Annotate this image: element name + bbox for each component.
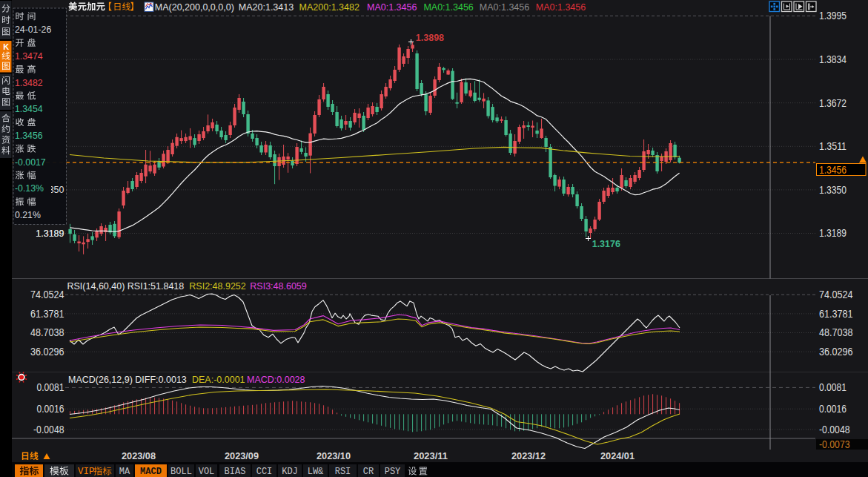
svg-text:MA0:1.3456: MA0:1.3456 (423, 2, 473, 13)
svg-text:1.3834: 1.3834 (819, 53, 847, 65)
svg-text:48.7038: 48.7038 (30, 326, 64, 338)
svg-text:1.3189: 1.3189 (36, 228, 64, 239)
svg-text:0.0016: 0.0016 (37, 403, 64, 415)
svg-text:MA0:1.3456: MA0:1.3456 (367, 2, 417, 13)
svg-text:MACD:0.0028: MACD:0.0028 (247, 375, 305, 385)
svg-text:CCI: CCI (256, 467, 273, 477)
svg-text:BOLL: BOLL (170, 467, 192, 477)
svg-text:VOL: VOL (199, 467, 215, 477)
svg-text:0.0081: 0.0081 (37, 381, 64, 393)
svg-text:-0.0073: -0.0073 (819, 438, 850, 450)
svg-text:1.3511: 1.3511 (819, 140, 847, 152)
svg-text:1.3482: 1.3482 (15, 78, 43, 88)
svg-text:1.3474: 1.3474 (15, 51, 43, 62)
svg-text:61.3781: 61.3781 (30, 308, 64, 320)
svg-text:-0.0048: -0.0048 (819, 424, 850, 435)
svg-text:2023/12: 2023/12 (511, 450, 546, 461)
svg-text:1.3454: 1.3454 (15, 104, 43, 114)
svg-text:-0.13%: -0.13% (15, 183, 44, 194)
svg-text:1.3672: 1.3672 (819, 97, 847, 109)
svg-text:RSI3:48.6059: RSI3:48.6059 (250, 281, 306, 292)
svg-text:74.0524: 74.0524 (30, 289, 64, 300)
svg-text:MA0:1.3456: MA0:1.3456 (480, 2, 529, 13)
svg-text:VIP: VIP (78, 467, 95, 477)
svg-text:0.0016: 0.0016 (819, 403, 847, 415)
svg-text:RSI: RSI (335, 467, 351, 477)
svg-text:2023/08: 2023/08 (122, 450, 156, 461)
svg-text:2023/11: 2023/11 (414, 450, 448, 461)
svg-text:1.3456: 1.3456 (15, 131, 43, 141)
svg-text:MA200:1.3482: MA200:1.3482 (299, 2, 360, 13)
svg-text:1.3189: 1.3189 (819, 227, 847, 239)
svg-text:1.3456: 1.3456 (819, 164, 847, 176)
svg-text:RSI(14,60,40) RSI1:51.8418: RSI(14,60,40) RSI1:51.8418 (67, 281, 185, 292)
svg-text:1.3176: 1.3176 (592, 239, 620, 249)
svg-text:61.3781: 61.3781 (819, 308, 853, 320)
svg-text:2024/01: 2024/01 (600, 450, 635, 461)
svg-text:DEA:-0.0001: DEA:-0.0001 (192, 375, 245, 385)
svg-text:0.21%: 0.21% (15, 210, 41, 220)
svg-text:2023/09: 2023/09 (225, 450, 259, 461)
svg-text:-0.0048: -0.0048 (33, 424, 64, 435)
svg-text:1.3898: 1.3898 (416, 33, 444, 43)
svg-text:RSI2:48.9252: RSI2:48.9252 (189, 281, 245, 292)
svg-text:0.0081: 0.0081 (819, 381, 847, 393)
svg-text:MA: MA (119, 467, 130, 477)
svg-text:74.0524: 74.0524 (819, 289, 853, 300)
svg-text:LW&: LW& (308, 467, 324, 477)
svg-text:-0.0017: -0.0017 (15, 157, 46, 168)
svg-text:1.3995: 1.3995 (819, 10, 847, 22)
svg-text:36.0296: 36.0296 (819, 346, 853, 358)
svg-text:24-01-26: 24-01-26 (15, 24, 51, 35)
svg-text:MA(20,200,0,0,0,0): MA(20,200,0,0,0,0) (155, 2, 234, 13)
svg-text:K: K (3, 42, 9, 51)
svg-text:48.7038: 48.7038 (819, 326, 853, 338)
svg-text:PSY: PSY (385, 467, 401, 477)
svg-text:MACD(26,12,9) DIFF:0.0013: MACD(26,12,9) DIFF:0.0013 (68, 375, 187, 385)
svg-text:MA20:1.3413: MA20:1.3413 (239, 2, 294, 13)
svg-text:KDJ: KDJ (282, 467, 298, 477)
svg-text:MACD: MACD (140, 467, 162, 477)
svg-text:36.0296: 36.0296 (30, 346, 64, 358)
svg-text:BIAS: BIAS (225, 467, 246, 477)
svg-text:MA0:1.3456: MA0:1.3456 (536, 2, 586, 13)
svg-text:2023/10: 2023/10 (317, 450, 351, 461)
svg-text:CR: CR (363, 467, 374, 477)
svg-text:1.3350: 1.3350 (819, 184, 847, 196)
